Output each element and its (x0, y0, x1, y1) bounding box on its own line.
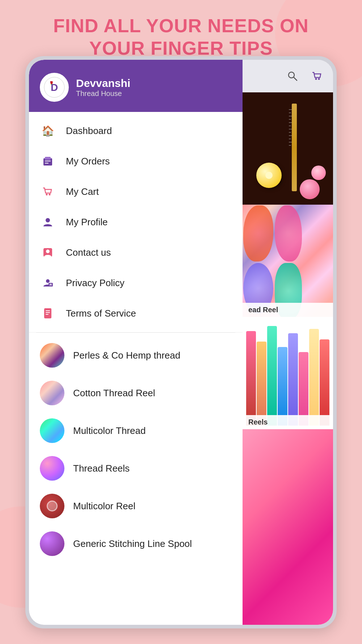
user-info: Devvanshi Thread House (76, 77, 130, 98)
sidebar-item-cart[interactable]: My Cart (29, 176, 243, 207)
multicolor-label: Multicolor Thread (73, 425, 146, 436)
main-menu: 🏠 Dashboard My Orders (29, 112, 243, 333)
orders-icon (40, 153, 56, 169)
contact-label: Contact us (66, 247, 111, 258)
sidebar-item-dashboard[interactable]: 🏠 Dashboard (29, 116, 243, 146)
drawer-header: D 🌹 Devvanshi Thread House (29, 60, 243, 112)
cart-label: My Cart (66, 186, 99, 197)
svg-point-15 (50, 284, 51, 285)
terms-icon (40, 305, 56, 321)
svg-rect-18 (46, 312, 50, 313)
category-multicolor[interactable]: Multicolor Thread (29, 412, 243, 449)
perles-label: Perles & Co Hemp thread (73, 350, 180, 361)
sidebar-item-orders[interactable]: My Orders (29, 146, 243, 176)
svg-line-21 (294, 77, 297, 80)
sidebar-item-contact[interactable]: Contact us (29, 237, 243, 268)
categories-section: Perles & Co Hemp thread Cotton Thread Re… (29, 333, 243, 625)
sidebar-item-profile[interactable]: My Profile (29, 207, 243, 237)
profile-label: My Profile (66, 217, 108, 228)
svg-rect-16 (44, 308, 51, 318)
category-reels[interactable]: Thread Reels (29, 449, 243, 487)
product-3-text: Reels (248, 418, 268, 426)
svg-text:🌹: 🌹 (49, 81, 54, 85)
svg-rect-19 (46, 314, 49, 315)
sidebar-item-terms[interactable]: Terms of Service (29, 298, 243, 329)
svg-point-12 (46, 279, 50, 283)
svg-point-7 (46, 194, 48, 196)
cotton-thumb (40, 381, 64, 405)
mrreel-label: Multicolor Reel (73, 501, 135, 512)
product-card-4[interactable] (243, 429, 333, 625)
contact-icon (40, 244, 56, 260)
product-card-2[interactable]: ead Reel (243, 205, 333, 317)
product-card-1[interactable] (243, 92, 333, 205)
multicolor-thumb (40, 418, 64, 443)
top-bar (243, 60, 333, 92)
svg-rect-17 (46, 310, 50, 311)
product-2-text: ead Reel (248, 306, 278, 314)
generic-label: Generic Stitching Line Spool (73, 538, 192, 549)
svg-point-11 (46, 250, 50, 253)
cotton-label: Cotton Thread Reel (73, 388, 155, 399)
category-generic[interactable]: Generic Stitching Line Spool (29, 525, 243, 563)
category-multicolor-reel[interactable]: Multicolor Reel (29, 487, 243, 525)
svg-point-22 (315, 78, 317, 80)
reels-label: Thread Reels (73, 463, 130, 474)
svg-point-23 (318, 78, 320, 80)
generic-thumb (40, 531, 64, 556)
sidebar-item-privacy[interactable]: Privacy Policy (29, 268, 243, 298)
mrreel-thumb (40, 494, 64, 518)
svg-rect-5 (45, 160, 51, 162)
orders-label: My Orders (66, 156, 110, 167)
main-heading: FIND ALL YOUR NEEDS ON YOUR FINGER TIPS (22, 14, 340, 60)
reels-thumb (40, 456, 64, 481)
product-area: ead Reel (243, 92, 333, 625)
category-perles[interactable]: Perles & Co Hemp thread (29, 336, 243, 374)
store-name-label: Thread House (76, 89, 130, 98)
svg-point-9 (46, 218, 50, 222)
svg-rect-6 (45, 163, 49, 164)
svg-rect-4 (45, 157, 51, 160)
svg-point-8 (49, 194, 51, 196)
search-button[interactable] (284, 67, 301, 85)
terms-label: Terms of Service (66, 308, 136, 319)
navigation-drawer: D 🌹 Devvanshi Thread House 🏠 Dashboard (29, 60, 243, 625)
cart-icon (40, 184, 56, 200)
user-avatar: D 🌹 (40, 73, 69, 102)
product-label-3: Reels (243, 415, 333, 429)
product-card-3[interactable]: Reels (243, 317, 333, 429)
category-cotton[interactable]: Cotton Thread Reel (29, 374, 243, 412)
username-label: Devvanshi (76, 77, 130, 89)
privacy-icon (40, 275, 56, 291)
cart-button[interactable] (308, 67, 326, 85)
phone-frame: D 🌹 Devvanshi Thread House 🏠 Dashboard (25, 56, 337, 628)
main-content: ead Reel (243, 60, 333, 625)
profile-icon (40, 214, 56, 230)
home-icon: 🏠 (40, 123, 56, 139)
perles-thumb (40, 343, 64, 368)
privacy-label: Privacy Policy (66, 277, 125, 289)
dashboard-label: Dashboard (66, 125, 112, 137)
phone-inner: D 🌹 Devvanshi Thread House 🏠 Dashboard (29, 60, 333, 625)
product-label-2: ead Reel (243, 303, 333, 317)
